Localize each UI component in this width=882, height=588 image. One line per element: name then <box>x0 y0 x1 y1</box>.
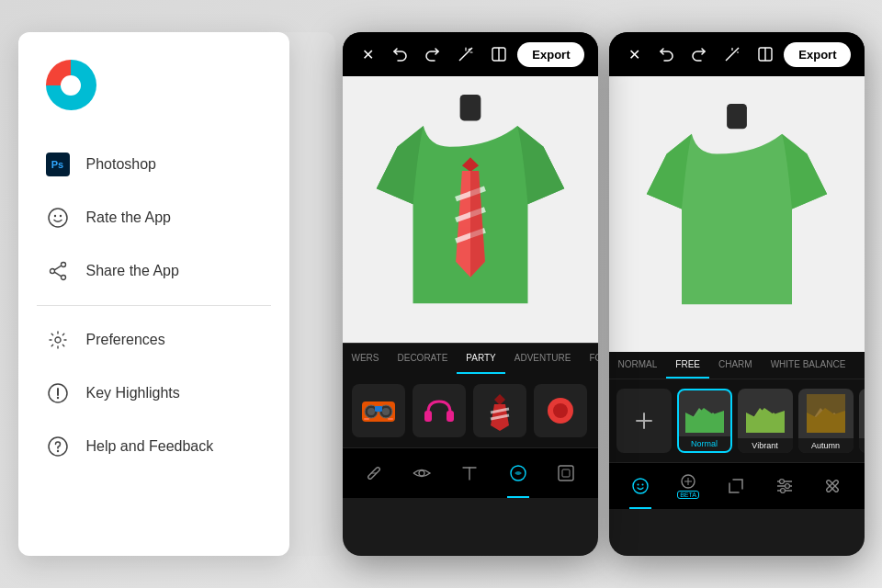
tab-party[interactable]: PARTY <box>457 344 504 374</box>
sticker-headphones[interactable] <box>413 384 466 437</box>
filter-vibrant-thumb <box>738 389 793 438</box>
filter-normal[interactable]: Normal <box>677 389 732 453</box>
ps-icon: Ps <box>46 153 70 176</box>
sidebar-item-photoshop[interactable]: Ps Photoshop <box>37 138 271 191</box>
svg-point-13 <box>56 450 58 452</box>
sticker-boombox[interactable] <box>352 384 405 437</box>
sticker-row <box>343 374 598 447</box>
exclaim-icon <box>46 381 70 405</box>
bottom-toolbar-middle <box>343 447 598 498</box>
sidebar-item-key-highlights[interactable]: Key Highlights <box>37 367 271 420</box>
rate-app-label: Rate the App <box>86 209 172 226</box>
tshirt-canvas-middle[interactable] <box>343 76 598 343</box>
tab-wers[interactable]: WERS <box>343 344 389 374</box>
filter-spring[interactable]: Spri <box>859 389 865 453</box>
gear-icon <box>46 328 70 352</box>
remove-tool-button[interactable] <box>819 472 846 500</box>
export-button-right[interactable]: Export <box>784 42 851 67</box>
magic-tool-button[interactable] <box>504 459 532 487</box>
svg-rect-69 <box>826 480 839 492</box>
filter-normal-thumb <box>679 390 730 436</box>
magic-wand-button[interactable] <box>453 41 479 67</box>
svg-point-59 <box>641 484 643 486</box>
filter-tabs: NORMAL FREE CHARM WHITE BALANCE BL <box>609 352 865 379</box>
redo-button[interactable] <box>420 41 446 67</box>
close-button[interactable]: ✕ <box>356 41 381 67</box>
filter-normal-name: Normal <box>679 436 730 451</box>
svg-point-11 <box>56 397 58 399</box>
svg-point-4 <box>61 276 65 280</box>
adjust-tool-button[interactable] <box>771 472 798 500</box>
redo-button-right[interactable] <box>686 41 712 67</box>
svg-rect-20 <box>459 95 481 120</box>
svg-rect-30 <box>375 406 382 412</box>
tab-decorate[interactable]: DECORATE <box>389 344 458 374</box>
compare-button-right[interactable] <box>752 41 778 67</box>
svg-rect-53 <box>727 104 747 129</box>
filter-autumn-name: Autumn <box>798 438 854 453</box>
toolbar-left-icons: ✕ <box>356 41 381 67</box>
svg-point-68 <box>780 489 785 493</box>
filter-autumn[interactable]: Autumn <box>798 389 854 453</box>
svg-line-7 <box>54 272 61 277</box>
circle-tool-button[interactable]: BETA <box>674 472 702 500</box>
share-app-label: Share the App <box>86 263 179 279</box>
tab-free[interactable]: FREE <box>666 352 709 379</box>
svg-point-66 <box>779 480 784 484</box>
svg-rect-47 <box>562 469 570 477</box>
key-highlights-label: Key Highlights <box>86 385 180 401</box>
crop-tool-button[interactable] <box>722 472 750 500</box>
svg-rect-31 <box>364 418 369 420</box>
svg-line-6 <box>54 266 61 270</box>
tab-charm[interactable]: CHARM <box>709 352 762 379</box>
beta-badge: BETA <box>677 491 699 499</box>
tab-white-balance[interactable]: WHITE BALANCE <box>762 352 855 379</box>
tab-bl[interactable]: BL <box>854 352 864 379</box>
sticker-extra[interactable] <box>534 384 587 437</box>
sidebar-item-preferences[interactable]: Preferences <box>37 313 271 367</box>
face-tool-button[interactable] <box>627 472 654 500</box>
filter-autumn-thumb <box>798 389 854 438</box>
sidebar-item-help-feedback[interactable]: Help and Feedback <box>37 420 271 473</box>
eye-tool-button[interactable] <box>408 459 435 487</box>
sidebar-item-rate-app[interactable]: Rate the App <box>37 191 271 244</box>
toolbar-right-middle-icons <box>653 41 778 67</box>
filter-vibrant-name: Vibrant <box>738 438 793 453</box>
bandaid-tool-button[interactable] <box>360 459 388 487</box>
svg-point-67 <box>785 484 789 489</box>
frame-tool-button[interactable] <box>552 459 580 487</box>
export-button[interactable]: Export <box>517 42 584 67</box>
tab-adventure[interactable]: ADVENTURE <box>505 344 581 374</box>
svg-point-39 <box>553 403 568 418</box>
help-feedback-label: Help and Feedback <box>86 438 214 455</box>
sidebar-item-share-app[interactable]: Share the App <box>37 244 271 298</box>
emoji-icon <box>46 206 70 230</box>
tab-food[interactable]: FOO <box>580 344 597 374</box>
filter-add-button[interactable] <box>616 389 672 453</box>
sticker-tie[interactable] <box>473 384 526 437</box>
question-icon <box>46 435 70 458</box>
photoshop-label: Photoshop <box>86 156 157 173</box>
close-button-right[interactable]: ✕ <box>622 41 648 67</box>
undo-button[interactable] <box>387 41 413 67</box>
text-tool-button[interactable] <box>456 459 483 487</box>
svg-point-58 <box>637 484 639 486</box>
drawer-panel: Ps Photoshop Rate the App <box>18 32 289 556</box>
svg-rect-70 <box>826 480 839 492</box>
tab-normal[interactable]: NORMAL <box>609 352 667 379</box>
svg-point-3 <box>61 263 65 267</box>
toolbar-middle-icons <box>387 41 512 67</box>
svg-point-8 <box>55 337 61 343</box>
compare-button[interactable] <box>486 41 512 67</box>
filter-vibrant[interactable]: Vibrant <box>738 389 793 453</box>
avatar <box>46 60 96 110</box>
svg-point-0 <box>49 209 67 227</box>
share-icon <box>46 259 70 283</box>
undo-button-right[interactable] <box>653 41 679 67</box>
preferences-label: Preferences <box>86 332 165 348</box>
svg-point-2 <box>59 215 61 217</box>
svg-marker-35 <box>494 394 505 405</box>
magic-wand-right[interactable] <box>719 41 745 67</box>
tshirt-canvas-right[interactable] <box>609 76 865 352</box>
svg-rect-46 <box>559 466 573 481</box>
